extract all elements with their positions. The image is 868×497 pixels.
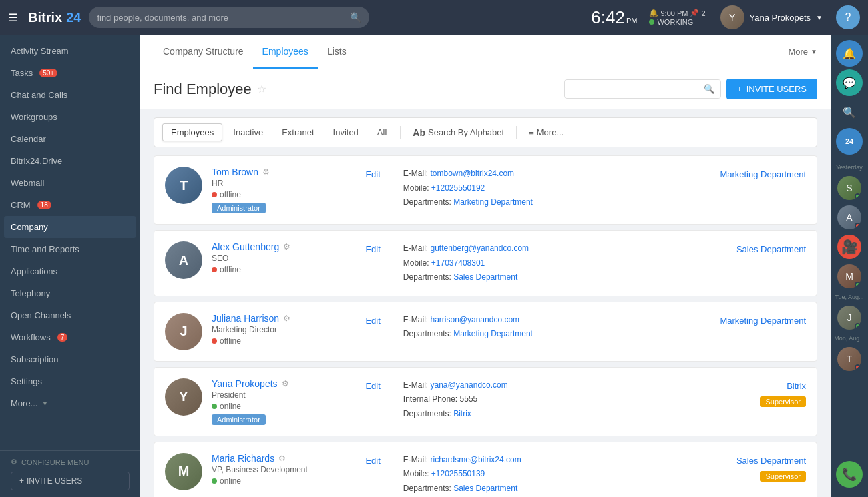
- sidebar-item-drive[interactable]: Bitrix24.Drive: [0, 150, 140, 172]
- sidebar-bottom: ⚙ CONFIGURE MENU + INVITE USERS: [0, 450, 140, 497]
- configure-menu[interactable]: ⚙ CONFIGURE MENU: [11, 458, 130, 466]
- department-link[interactable]: Marketing Department: [675, 167, 806, 179]
- sidebar-item-chat[interactable]: Chat and Calls: [0, 84, 140, 106]
- edit-button[interactable]: Edit: [365, 453, 380, 466]
- notification-button[interactable]: 🔔: [836, 40, 863, 67]
- mobile-link[interactable]: +12025550192: [431, 183, 485, 193]
- invite-users-label: INVITE USERS: [27, 476, 82, 486]
- invite-users-button[interactable]: + INVITE USERS: [11, 472, 130, 490]
- filter-employees[interactable]: Employees: [162, 123, 222, 141]
- b24-button[interactable]: 24: [836, 128, 863, 155]
- employee-name[interactable]: Alex Guttenberg ⚙: [212, 241, 343, 252]
- filter-all[interactable]: All: [369, 124, 395, 141]
- sidebar-item-subscription[interactable]: Subscription: [0, 348, 140, 370]
- settings-icon[interactable]: ⚙: [283, 242, 290, 252]
- dept-link[interactable]: Marketing Department: [453, 329, 533, 338]
- employee-status: offline: [212, 265, 343, 274]
- logo-text: Bitrix: [28, 10, 62, 25]
- call-button[interactable]: 📞: [836, 461, 863, 488]
- clock: 6:42 PM: [591, 7, 637, 28]
- mobile-link[interactable]: +12025550139: [431, 469, 485, 478]
- contact-avatar[interactable]: T: [837, 347, 861, 371]
- department-area: Sales Department Supervisor: [675, 453, 806, 482]
- sidebar-item-crm[interactable]: CRM 18: [0, 194, 140, 216]
- sidebar-item-label: Activity Stream: [11, 46, 69, 56]
- contact-avatar[interactable]: 🎥: [837, 235, 861, 259]
- employee-name[interactable]: Maria Richards ⚙: [212, 453, 343, 464]
- email-row: E-Mail: yana@yanandco.com: [403, 378, 666, 393]
- contact-avatar[interactable]: J: [837, 306, 861, 330]
- employee-name[interactable]: Yana Prokopets ⚙: [212, 378, 343, 389]
- department-link[interactable]: Sales Department: [675, 241, 806, 254]
- user-name: Yana Prokopets: [750, 13, 811, 23]
- favorite-star-icon[interactable]: ☆: [257, 83, 266, 95]
- sidebar-item-time-reports[interactable]: Time and Reports: [0, 238, 140, 260]
- dept-link[interactable]: Marketing Department: [453, 197, 533, 207]
- sidebar-item-workgroups[interactable]: Workgroups: [0, 106, 140, 128]
- dept-link[interactable]: Sales Department: [453, 272, 517, 282]
- dept-link[interactable]: Sales Department: [453, 484, 517, 493]
- alphabet-search-button[interactable]: Ab Search By Alphabet: [406, 124, 511, 141]
- sidebar-item-workflows[interactable]: Workflows 7: [0, 326, 140, 348]
- employee-search-input[interactable]: [565, 80, 698, 98]
- sidebar-item-settings[interactable]: Settings: [0, 370, 140, 392]
- sidebar-item-open-channels[interactable]: Open Channels: [0, 304, 140, 326]
- search-input[interactable]: [97, 13, 350, 23]
- work-status[interactable]: WORKING: [649, 18, 705, 26]
- email-link[interactable]: richardsme@bitrix24.com: [430, 455, 521, 464]
- content-tabs: Company Structure Employees Lists More ▼: [140, 35, 831, 69]
- employee-name[interactable]: Juliana Harrison ⚙: [212, 313, 343, 324]
- edit-button[interactable]: Edit: [365, 167, 380, 179]
- sidebar-item-activity[interactable]: Activity Stream: [0, 40, 140, 62]
- filter-inactive[interactable]: Inactive: [225, 124, 271, 141]
- employee-search-button[interactable]: 🔍: [698, 80, 720, 98]
- dept-link[interactable]: Bitrix: [453, 409, 471, 418]
- sidebar-item-telephony[interactable]: Telephony: [0, 282, 140, 304]
- employee-name[interactable]: Tom Brown ⚙: [212, 167, 343, 177]
- settings-icon[interactable]: ⚙: [262, 167, 270, 177]
- user-menu[interactable]: Y Yana Prokopets ▼: [720, 5, 823, 29]
- email-link[interactable]: harrison@yanandco.com: [430, 315, 519, 324]
- filter-invited[interactable]: Invited: [325, 124, 367, 141]
- edit-button[interactable]: Edit: [365, 378, 380, 391]
- email-link[interactable]: guttenberg@yanandco.com: [430, 243, 529, 253]
- sidebar-item-webmail[interactable]: Webmail: [0, 172, 140, 194]
- settings-icon[interactable]: ⚙: [278, 454, 286, 463]
- contact-avatar[interactable]: A: [837, 205, 861, 229]
- filter-extranet[interactable]: Extranet: [274, 124, 322, 141]
- department-link[interactable]: Bitrix: [675, 381, 806, 391]
- sidebar-item-more[interactable]: More... ▼: [0, 392, 140, 414]
- sidebar-item-tasks[interactable]: Tasks 50+: [0, 62, 140, 84]
- sidebar-item-label: Chat and Calls: [11, 90, 67, 100]
- email-link[interactable]: yana@yanandco.com: [430, 380, 507, 390]
- contact-avatar[interactable]: S: [837, 176, 861, 200]
- tab-company-structure[interactable]: Company Structure: [154, 35, 253, 69]
- global-search[interactable]: 🔍: [89, 7, 369, 28]
- chat-button[interactable]: 💬: [836, 69, 863, 96]
- menu-icon[interactable]: ☰: [8, 11, 17, 24]
- settings-icon[interactable]: ⚙: [283, 314, 290, 323]
- sidebar-item-label: Company: [11, 222, 48, 232]
- department-link[interactable]: Sales Department: [675, 456, 806, 466]
- online-indicator: [855, 223, 861, 229]
- email-link[interactable]: tombown@bitrix24.com: [430, 169, 514, 178]
- employee-contact: E-Mail: guttenberg@yanandco.com Mobile: …: [403, 241, 666, 285]
- contact-avatar[interactable]: M: [837, 264, 861, 288]
- sidebar-item-company[interactable]: Company: [4, 216, 136, 238]
- settings-icon[interactable]: ⚙: [282, 379, 289, 388]
- more-filters-button[interactable]: ≡ More...: [522, 124, 570, 141]
- tabs-more[interactable]: More ▼: [788, 47, 817, 57]
- sidebar-item-applications[interactable]: Applications: [0, 260, 140, 282]
- edit-button[interactable]: Edit: [365, 241, 380, 254]
- help-button[interactable]: ?: [836, 5, 860, 29]
- sidebar-item-calendar[interactable]: Calendar: [0, 128, 140, 150]
- mobile-link[interactable]: +17037408301: [431, 258, 485, 268]
- invite-users-button[interactable]: + INVITE USERS: [726, 79, 817, 99]
- employee-status: online: [212, 476, 343, 486]
- edit-button[interactable]: Edit: [365, 313, 380, 326]
- sidebar-nav: Activity Stream Tasks 50+ Chat and Calls…: [0, 35, 140, 450]
- department-link[interactable]: Marketing Department: [675, 313, 806, 326]
- search-button[interactable]: 🔍: [836, 99, 863, 125]
- tab-employees[interactable]: Employees: [253, 35, 318, 69]
- tab-lists[interactable]: Lists: [318, 35, 356, 69]
